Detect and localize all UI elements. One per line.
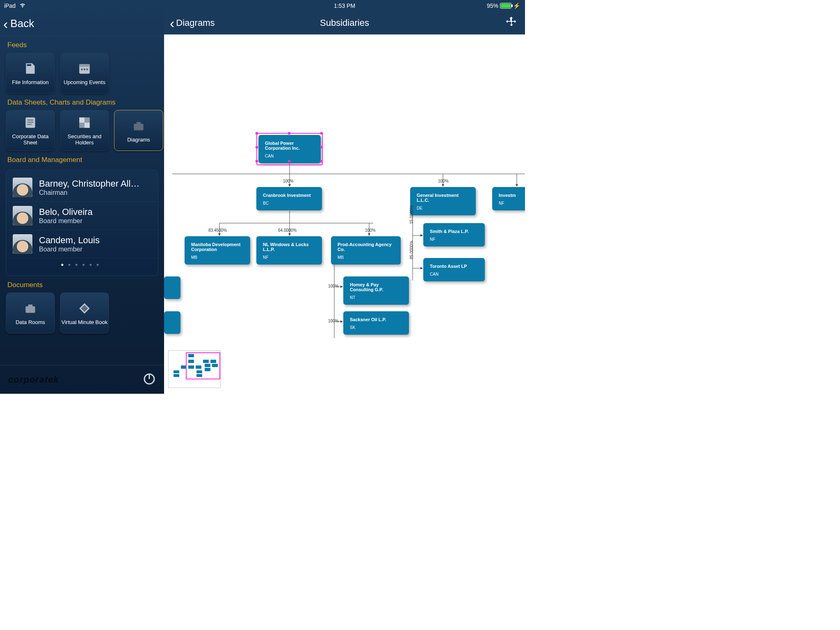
- node-country: NF: [263, 255, 315, 260]
- node-country: DE: [417, 206, 469, 210]
- tile-label: Virtual Minute Book: [62, 319, 108, 325]
- node-name: Smith & Plaza L.P.: [430, 229, 478, 234]
- edge-pct: 83.4500%: [208, 228, 227, 233]
- node-country: MB: [191, 255, 244, 260]
- tile-label: Corporate Data Sheet: [6, 133, 55, 146]
- svg-rect-16: [28, 304, 33, 306]
- tile-label: File Information: [12, 79, 49, 85]
- move-icon[interactable]: [505, 16, 518, 30]
- edge-pct: 15.0000%: [409, 205, 414, 224]
- edge-pct: 100%: [283, 179, 294, 183]
- tile-label: Diagrams: [127, 137, 150, 143]
- svg-rect-14: [137, 122, 141, 124]
- sidebar-footer: corporatek: [0, 365, 164, 394]
- node-name: Homey & Pay Consulting G.P.: [350, 282, 402, 292]
- node-smith[interactable]: Smith & Plaza L.P. NF: [423, 223, 485, 247]
- briefcase-icon: [130, 119, 147, 133]
- file-icon: [22, 61, 39, 76]
- brand-logo: corporatek: [8, 374, 59, 385]
- node-prodacct[interactable]: Prod-Accounting Agency Co. MB: [331, 236, 401, 265]
- svg-rect-12: [84, 123, 90, 128]
- person-row[interactable]: Belo, Oliveira Board member: [6, 202, 158, 230]
- status-bar-left: iPad: [0, 0, 164, 11]
- edge-pct: 100%: [328, 319, 339, 323]
- tile-corporate-data-sheet[interactable]: Corporate Data Sheet: [6, 110, 55, 151]
- svg-rect-10: [84, 117, 90, 123]
- node-nlwindows[interactable]: NL Windows & Locks L.L.P. NF: [256, 236, 322, 265]
- node-name: Global Power Corporation Inc.: [265, 141, 314, 151]
- tile-data-rooms[interactable]: Data Rooms: [6, 292, 55, 333]
- sidebar: iPad ‹ Back Feeds File Information Upcom…: [0, 0, 164, 394]
- section-documents-label: Documents: [0, 276, 164, 292]
- svg-rect-11: [79, 123, 84, 128]
- node-country: SK: [350, 325, 402, 330]
- node-name: Prod-Accounting Agency Co.: [338, 242, 394, 252]
- diagrams-back-label: Diagrams: [176, 18, 215, 28]
- svg-rect-3: [84, 68, 85, 70]
- edge-pct: 100%: [328, 284, 339, 288]
- main-topbar: ‹ Diagrams Subsidiaries: [164, 11, 525, 34]
- svg-rect-9: [79, 117, 84, 123]
- tile-file-information[interactable]: File Information: [6, 52, 55, 94]
- svg-rect-7: [27, 122, 34, 123]
- node-manitoba[interactable]: Manitoba Development Corporation MB: [185, 236, 250, 265]
- diagram-canvas[interactable]: Global Power Corporation Inc. CAN Cranbr…: [164, 34, 525, 394]
- board-card: Barney, Christopher All… Chairman Belo, …: [6, 170, 158, 276]
- svg-rect-13: [134, 123, 143, 130]
- node-name: Toronto Asset LP: [430, 264, 478, 269]
- node-country: NT: [350, 295, 402, 300]
- svg-rect-1: [79, 64, 90, 66]
- edge-pct: 100%: [438, 179, 449, 183]
- svg-rect-6: [27, 120, 34, 121]
- node-country: MB: [338, 255, 394, 260]
- node-country: CAN: [265, 154, 314, 158]
- power-button[interactable]: [143, 372, 156, 387]
- chevron-left-icon: ‹: [170, 16, 174, 30]
- node-name: Cranbrook Investment: [263, 193, 315, 198]
- minimap[interactable]: [168, 350, 221, 388]
- person-name: Belo, Oliveira: [39, 207, 93, 217]
- status-bar-right: 1:53 PM 95% ⚡: [164, 0, 525, 11]
- svg-rect-15: [25, 306, 35, 313]
- node-fragment[interactable]: [164, 311, 180, 334]
- person-role: Chairman: [39, 189, 139, 196]
- node-name: NL Windows & Locks L.L.P.: [263, 242, 315, 252]
- person-row[interactable]: Candem, Louis Board member: [6, 230, 158, 258]
- wifi-icon: [19, 2, 26, 9]
- battery-pct: 95%: [487, 2, 498, 9]
- device-label: iPad: [4, 2, 16, 9]
- node-homey[interactable]: Homey & Pay Consulting G.P. NT: [343, 276, 409, 305]
- diagrams-back-button[interactable]: ‹ Diagrams: [170, 16, 215, 30]
- node-sacksner[interactable]: Sacksner Oil L.P. SK: [343, 311, 409, 335]
- node-name: Investm: [499, 193, 525, 198]
- back-label: Back: [10, 17, 34, 30]
- svg-rect-18: [149, 374, 150, 379]
- sheet-icon: [22, 115, 39, 130]
- node-toronto[interactable]: Toronto Asset LP CAN: [423, 258, 485, 281]
- node-invest-right[interactable]: Investm NF: [492, 187, 525, 210]
- tile-securities-holders[interactable]: Securities and Holders: [60, 110, 109, 151]
- node-root[interactable]: Global Power Corporation Inc. CAN: [258, 135, 321, 163]
- tile-upcoming-events[interactable]: Upcoming Events: [60, 52, 109, 94]
- person-name: Candem, Louis: [39, 235, 100, 246]
- tile-label: Upcoming Events: [64, 79, 105, 85]
- charging-icon: ⚡: [513, 2, 520, 9]
- svg-rect-4: [86, 68, 88, 70]
- node-cranbrook[interactable]: Cranbrook Investment BC: [256, 187, 322, 210]
- node-fragment[interactable]: [164, 276, 180, 299]
- node-name: Sacksner Oil L.P.: [350, 317, 402, 322]
- main-panel: 1:53 PM 95% ⚡ ‹ Diagrams Subsidiaries: [164, 0, 525, 394]
- node-general[interactable]: General Investment L.L.C. DE: [410, 187, 476, 215]
- node-name: General Investment L.L.C.: [417, 193, 469, 203]
- section-feeds-label: Feeds: [0, 36, 164, 52]
- section-board-label: Board and Management: [0, 151, 164, 167]
- page-dots[interactable]: ●●●●●●: [6, 262, 158, 267]
- page-title: Subsidiaries: [320, 18, 369, 28]
- battery-icon: [500, 3, 511, 9]
- back-button[interactable]: ‹ Back: [0, 11, 164, 36]
- tile-diagrams[interactable]: Diagrams: [114, 110, 163, 151]
- person-row[interactable]: Barney, Christopher All… Chairman: [6, 173, 158, 202]
- person-role: Board member: [39, 246, 100, 253]
- tile-virtual-minute-book[interactable]: Virtual Minute Book: [60, 292, 109, 333]
- avatar: [13, 178, 32, 197]
